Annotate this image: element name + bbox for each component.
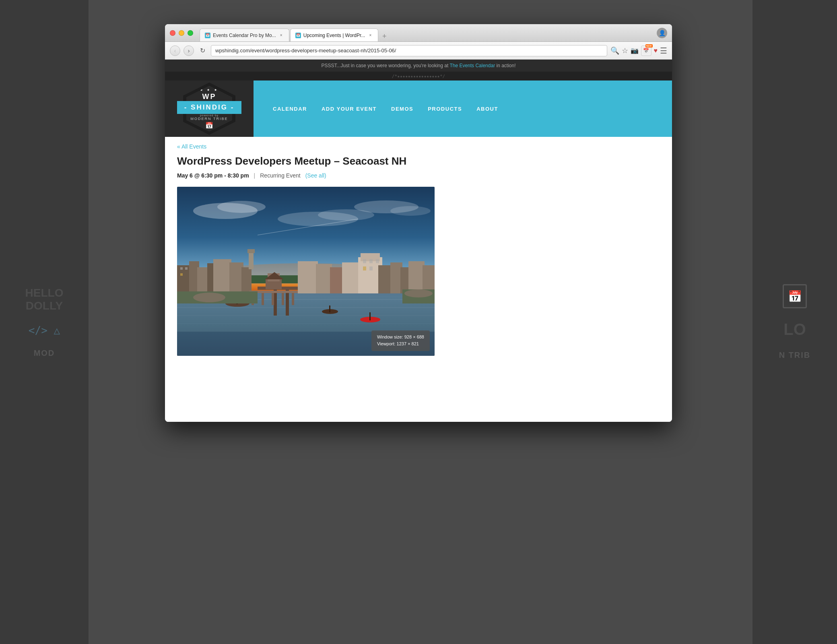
svg-rect-37	[249, 251, 254, 269]
svg-rect-42	[342, 262, 360, 293]
logo-calendar-icon: 📅	[205, 122, 213, 129]
svg-rect-36	[241, 267, 252, 293]
nav-item-products[interactable]: PRODUCTS	[421, 102, 469, 116]
svg-rect-45	[363, 259, 366, 263]
svg-rect-46	[369, 259, 373, 263]
logo-wp-text: WP	[202, 93, 216, 101]
bg-calendar-icon: 📅	[783, 284, 807, 308]
svg-rect-50	[378, 265, 392, 293]
tab-upcoming-events[interactable]: 📅 Upcoming Events | WordPr... ×	[290, 29, 379, 41]
events-calendar-link[interactable]: The Events Calendar	[449, 63, 495, 68]
event-separator: |	[254, 172, 256, 179]
announcement-text-after: in action!	[496, 63, 515, 68]
maximize-button[interactable]	[188, 30, 193, 36]
tab-icon-1: 📅	[205, 33, 210, 38]
tab-close-2[interactable]: ×	[367, 33, 373, 38]
new-tab-button[interactable]: +	[379, 31, 390, 41]
svg-rect-67	[292, 293, 294, 305]
site-logo[interactable]: ★ ★ ★ WP powered by MODERN TRIBE 📅 - SHI…	[183, 80, 235, 137]
svg-rect-34	[213, 259, 231, 293]
content-area: « All Events WordPress Developers Meetup…	[165, 137, 527, 372]
address-text: wpshindig.com/event/wordpress-developers…	[215, 47, 396, 54]
window-size-indicator: Window size: 928 × 688 Viewport: 1237 × …	[371, 330, 430, 351]
svg-rect-48	[363, 266, 366, 270]
asterisks-bar: /*★★★★★★★★★★★★★★★★*/	[165, 72, 672, 80]
traffic-lights	[170, 30, 193, 36]
browser-window: 📅 Events Calendar Pro by Mo... × 📅 Upcom…	[165, 24, 672, 422]
close-button[interactable]	[170, 30, 175, 36]
tab-icon-2: 📅	[295, 33, 301, 38]
logo-powered-by: powered by	[200, 114, 219, 117]
website-content: PSSST...Just in case you were wondering,…	[165, 60, 672, 422]
nav-actions: 🔍 ☆ 📷 📅 NEW ♥ ☰	[610, 45, 668, 56]
search-icon[interactable]: 🔍	[610, 46, 619, 55]
forward-button[interactable]: ›	[183, 45, 194, 56]
svg-point-6	[390, 206, 431, 216]
svg-rect-47	[376, 259, 379, 263]
new-badge: NEW	[645, 44, 653, 47]
svg-rect-33	[180, 273, 183, 276]
svg-rect-27	[177, 265, 191, 293]
all-events-link[interactable]: « All Events	[177, 137, 206, 155]
svg-rect-38	[247, 249, 255, 253]
svg-rect-39	[298, 261, 318, 293]
svg-rect-49	[369, 266, 373, 270]
event-title: WordPress Developers Meetup – Seacoast N…	[177, 155, 515, 168]
bookmark-icon[interactable]: ☆	[622, 46, 628, 55]
svg-point-71	[404, 289, 433, 297]
svg-rect-53	[408, 261, 425, 293]
svg-rect-35	[229, 262, 243, 293]
title-bar: 📅 Events Calendar Pro by Mo... × 📅 Upcom…	[165, 24, 672, 42]
back-button[interactable]: ‹	[170, 45, 180, 56]
logo-area: ★ ★ ★ WP powered by MODERN TRIBE 📅 - SHI…	[165, 80, 254, 137]
user-profile-icon[interactable]: 👤	[657, 28, 667, 38]
camera-icon[interactable]: 📷	[631, 47, 639, 54]
site-header: ★ ★ ★ WP powered by MODERN TRIBE 📅 - SHI…	[165, 80, 672, 137]
viewport-size-text: Viewport: 1237 × 821	[377, 341, 424, 348]
bg-text-lo: LO	[783, 320, 806, 339]
event-image: Window size: 928 × 688 Viewport: 1237 × …	[177, 187, 435, 356]
nav-item-calendar[interactable]: CALENDAR	[266, 102, 314, 116]
svg-rect-59	[329, 305, 330, 312]
refresh-button[interactable]: ↻	[197, 45, 208, 56]
nav-item-about[interactable]: ABOUT	[469, 102, 505, 116]
background-right: 📅 LO N TRIB	[752, 0, 837, 644]
svg-rect-32	[185, 267, 188, 270]
bg-logo-mod: MOD	[34, 349, 55, 358]
recurring-text: Recurring Event	[260, 172, 300, 179]
heart-icon[interactable]: ♥	[654, 47, 658, 54]
logo-modern-tribe: MODERN TRIBE	[191, 117, 228, 121]
tab-events-calendar[interactable]: 📅 Events Calendar Pro by Mo... ×	[200, 29, 289, 41]
logo-stars: ★ ★ ★	[200, 88, 218, 92]
nav-item-demos[interactable]: DEMOS	[384, 102, 421, 116]
svg-rect-64	[262, 293, 264, 305]
background-left: HELLODOLLY </> △ MOD	[0, 0, 89, 644]
minimize-button[interactable]	[179, 30, 184, 36]
svg-rect-22	[286, 289, 289, 316]
window-controls-right: 👤	[657, 28, 667, 38]
svg-rect-65	[272, 293, 274, 305]
extensions-icon[interactable]: 📅 NEW	[641, 45, 651, 56]
browser-nav-bar: ‹ › ↻ wpshindig.com/event/wordpress-deve…	[165, 42, 672, 60]
nav-item-add-event[interactable]: ADD YOUR EVENT	[314, 102, 384, 116]
window-size-text: Window size: 928 × 688	[377, 334, 424, 341]
svg-point-2	[217, 201, 266, 213]
svg-rect-61	[369, 312, 371, 320]
event-date: May 6 @ 6:30 pm - 8:30 pm	[177, 172, 249, 179]
menu-icon[interactable]: ☰	[660, 46, 667, 56]
svg-rect-66	[282, 293, 284, 305]
address-bar[interactable]: wpshindig.com/event/wordpress-developers…	[211, 45, 607, 56]
svg-rect-41	[330, 267, 344, 293]
logo-ribbon: - SHINDIG -	[177, 101, 241, 114]
tab-close-1[interactable]: ×	[278, 33, 284, 38]
see-all-link[interactable]: (See all)	[305, 172, 326, 179]
announcement-bar: PSSST...Just in case you were wondering,…	[165, 60, 672, 72]
asterisks-text: /*★★★★★★★★★★★★★★★★*/	[392, 74, 445, 79]
svg-rect-31	[180, 267, 183, 270]
svg-rect-40	[316, 264, 332, 293]
bg-ntrib: N TRIB	[779, 351, 811, 360]
main-nav: CALENDAR ADD YOUR EVENT DEMOS PRODUCTS A…	[254, 80, 672, 137]
bg-text-hello: HELLODOLLY	[25, 287, 64, 312]
tab-label-2: Upcoming Events | WordPr...	[303, 33, 365, 38]
svg-rect-54	[423, 265, 435, 293]
